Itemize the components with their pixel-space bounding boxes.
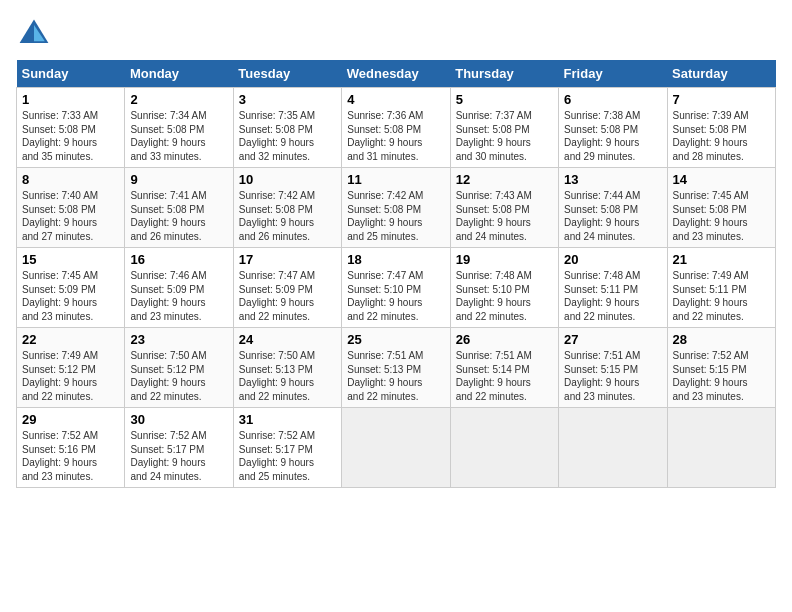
day-number: 7	[673, 92, 770, 107]
day-info: Sunrise: 7:44 AM Sunset: 5:08 PM Dayligh…	[564, 189, 661, 243]
calendar-cell: 22Sunrise: 7:49 AM Sunset: 5:12 PM Dayli…	[17, 328, 125, 408]
calendar-cell: 7Sunrise: 7:39 AM Sunset: 5:08 PM Daylig…	[667, 88, 775, 168]
calendar-cell: 29Sunrise: 7:52 AM Sunset: 5:16 PM Dayli…	[17, 408, 125, 488]
calendar-cell	[559, 408, 667, 488]
day-info: Sunrise: 7:45 AM Sunset: 5:08 PM Dayligh…	[673, 189, 770, 243]
day-info: Sunrise: 7:51 AM Sunset: 5:13 PM Dayligh…	[347, 349, 444, 403]
day-info: Sunrise: 7:49 AM Sunset: 5:11 PM Dayligh…	[673, 269, 770, 323]
day-info: Sunrise: 7:41 AM Sunset: 5:08 PM Dayligh…	[130, 189, 227, 243]
calendar-cell	[450, 408, 558, 488]
calendar-table: SundayMondayTuesdayWednesdayThursdayFrid…	[16, 60, 776, 488]
weekday-header-monday: Monday	[125, 60, 233, 88]
day-number: 31	[239, 412, 336, 427]
day-number: 12	[456, 172, 553, 187]
day-number: 6	[564, 92, 661, 107]
calendar-cell: 23Sunrise: 7:50 AM Sunset: 5:12 PM Dayli…	[125, 328, 233, 408]
calendar-cell: 26Sunrise: 7:51 AM Sunset: 5:14 PM Dayli…	[450, 328, 558, 408]
calendar-cell: 9Sunrise: 7:41 AM Sunset: 5:08 PM Daylig…	[125, 168, 233, 248]
day-info: Sunrise: 7:52 AM Sunset: 5:17 PM Dayligh…	[239, 429, 336, 483]
day-info: Sunrise: 7:51 AM Sunset: 5:14 PM Dayligh…	[456, 349, 553, 403]
week-row-5: 29Sunrise: 7:52 AM Sunset: 5:16 PM Dayli…	[17, 408, 776, 488]
day-number: 27	[564, 332, 661, 347]
logo-icon	[16, 16, 52, 52]
day-info: Sunrise: 7:52 AM Sunset: 5:15 PM Dayligh…	[673, 349, 770, 403]
day-number: 29	[22, 412, 119, 427]
day-info: Sunrise: 7:49 AM Sunset: 5:12 PM Dayligh…	[22, 349, 119, 403]
calendar-cell: 14Sunrise: 7:45 AM Sunset: 5:08 PM Dayli…	[667, 168, 775, 248]
calendar-cell	[667, 408, 775, 488]
calendar-cell: 6Sunrise: 7:38 AM Sunset: 5:08 PM Daylig…	[559, 88, 667, 168]
calendar-cell: 12Sunrise: 7:43 AM Sunset: 5:08 PM Dayli…	[450, 168, 558, 248]
calendar-cell: 21Sunrise: 7:49 AM Sunset: 5:11 PM Dayli…	[667, 248, 775, 328]
day-number: 24	[239, 332, 336, 347]
day-info: Sunrise: 7:34 AM Sunset: 5:08 PM Dayligh…	[130, 109, 227, 163]
calendar-cell: 3Sunrise: 7:35 AM Sunset: 5:08 PM Daylig…	[233, 88, 341, 168]
calendar-cell: 30Sunrise: 7:52 AM Sunset: 5:17 PM Dayli…	[125, 408, 233, 488]
day-info: Sunrise: 7:48 AM Sunset: 5:11 PM Dayligh…	[564, 269, 661, 323]
day-number: 5	[456, 92, 553, 107]
calendar-cell: 13Sunrise: 7:44 AM Sunset: 5:08 PM Dayli…	[559, 168, 667, 248]
day-info: Sunrise: 7:37 AM Sunset: 5:08 PM Dayligh…	[456, 109, 553, 163]
calendar-cell: 11Sunrise: 7:42 AM Sunset: 5:08 PM Dayli…	[342, 168, 450, 248]
calendar-cell: 10Sunrise: 7:42 AM Sunset: 5:08 PM Dayli…	[233, 168, 341, 248]
day-number: 26	[456, 332, 553, 347]
day-number: 9	[130, 172, 227, 187]
calendar-cell: 4Sunrise: 7:36 AM Sunset: 5:08 PM Daylig…	[342, 88, 450, 168]
calendar-cell: 27Sunrise: 7:51 AM Sunset: 5:15 PM Dayli…	[559, 328, 667, 408]
day-number: 19	[456, 252, 553, 267]
day-info: Sunrise: 7:50 AM Sunset: 5:12 PM Dayligh…	[130, 349, 227, 403]
day-info: Sunrise: 7:33 AM Sunset: 5:08 PM Dayligh…	[22, 109, 119, 163]
day-number: 17	[239, 252, 336, 267]
day-number: 14	[673, 172, 770, 187]
calendar-cell: 15Sunrise: 7:45 AM Sunset: 5:09 PM Dayli…	[17, 248, 125, 328]
calendar-cell: 20Sunrise: 7:48 AM Sunset: 5:11 PM Dayli…	[559, 248, 667, 328]
day-info: Sunrise: 7:39 AM Sunset: 5:08 PM Dayligh…	[673, 109, 770, 163]
day-info: Sunrise: 7:36 AM Sunset: 5:08 PM Dayligh…	[347, 109, 444, 163]
day-number: 20	[564, 252, 661, 267]
day-number: 10	[239, 172, 336, 187]
day-number: 4	[347, 92, 444, 107]
day-info: Sunrise: 7:48 AM Sunset: 5:10 PM Dayligh…	[456, 269, 553, 323]
weekday-header-tuesday: Tuesday	[233, 60, 341, 88]
page-header	[16, 16, 776, 52]
day-info: Sunrise: 7:40 AM Sunset: 5:08 PM Dayligh…	[22, 189, 119, 243]
day-info: Sunrise: 7:42 AM Sunset: 5:08 PM Dayligh…	[347, 189, 444, 243]
calendar-cell: 25Sunrise: 7:51 AM Sunset: 5:13 PM Dayli…	[342, 328, 450, 408]
day-number: 16	[130, 252, 227, 267]
calendar-cell: 31Sunrise: 7:52 AM Sunset: 5:17 PM Dayli…	[233, 408, 341, 488]
day-number: 8	[22, 172, 119, 187]
day-number: 25	[347, 332, 444, 347]
day-number: 21	[673, 252, 770, 267]
day-info: Sunrise: 7:42 AM Sunset: 5:08 PM Dayligh…	[239, 189, 336, 243]
week-row-2: 8Sunrise: 7:40 AM Sunset: 5:08 PM Daylig…	[17, 168, 776, 248]
calendar-cell: 2Sunrise: 7:34 AM Sunset: 5:08 PM Daylig…	[125, 88, 233, 168]
logo	[16, 16, 56, 52]
calendar-cell	[342, 408, 450, 488]
week-row-4: 22Sunrise: 7:49 AM Sunset: 5:12 PM Dayli…	[17, 328, 776, 408]
calendar-cell: 28Sunrise: 7:52 AM Sunset: 5:15 PM Dayli…	[667, 328, 775, 408]
weekday-header-thursday: Thursday	[450, 60, 558, 88]
weekday-header-row: SundayMondayTuesdayWednesdayThursdayFrid…	[17, 60, 776, 88]
day-number: 1	[22, 92, 119, 107]
day-number: 30	[130, 412, 227, 427]
day-number: 28	[673, 332, 770, 347]
day-number: 22	[22, 332, 119, 347]
day-number: 2	[130, 92, 227, 107]
weekday-header-sunday: Sunday	[17, 60, 125, 88]
calendar-cell: 5Sunrise: 7:37 AM Sunset: 5:08 PM Daylig…	[450, 88, 558, 168]
day-info: Sunrise: 7:35 AM Sunset: 5:08 PM Dayligh…	[239, 109, 336, 163]
weekday-header-friday: Friday	[559, 60, 667, 88]
week-row-1: 1Sunrise: 7:33 AM Sunset: 5:08 PM Daylig…	[17, 88, 776, 168]
weekday-header-wednesday: Wednesday	[342, 60, 450, 88]
day-info: Sunrise: 7:45 AM Sunset: 5:09 PM Dayligh…	[22, 269, 119, 323]
day-number: 23	[130, 332, 227, 347]
day-number: 15	[22, 252, 119, 267]
calendar-cell: 16Sunrise: 7:46 AM Sunset: 5:09 PM Dayli…	[125, 248, 233, 328]
day-info: Sunrise: 7:52 AM Sunset: 5:17 PM Dayligh…	[130, 429, 227, 483]
day-info: Sunrise: 7:47 AM Sunset: 5:10 PM Dayligh…	[347, 269, 444, 323]
day-number: 11	[347, 172, 444, 187]
day-number: 18	[347, 252, 444, 267]
calendar-cell: 8Sunrise: 7:40 AM Sunset: 5:08 PM Daylig…	[17, 168, 125, 248]
week-row-3: 15Sunrise: 7:45 AM Sunset: 5:09 PM Dayli…	[17, 248, 776, 328]
calendar-cell: 24Sunrise: 7:50 AM Sunset: 5:13 PM Dayli…	[233, 328, 341, 408]
